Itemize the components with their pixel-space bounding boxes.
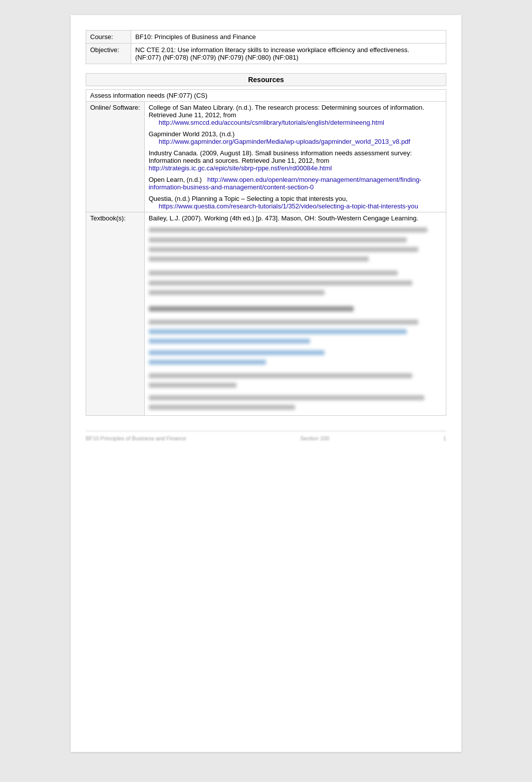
assess-row: Assess information needs (NF:077) (CS)	[86, 90, 446, 102]
gapminder-link[interactable]: http://www.gapminder.org/GapminderMedia/…	[159, 138, 410, 145]
resource-entry-industry: Industry Canada. (2009, August 18). Smal…	[149, 149, 442, 172]
course-label: Course:	[86, 31, 131, 44]
objective-value: NC CTE 2.01: Use information literacy sk…	[131, 44, 446, 64]
gapminder-author: Gapminder World 2013, (n.d.)	[149, 130, 235, 138]
textbook-content: Bailey, L.J. (2007). Working (4th ed.) […	[144, 212, 446, 416]
gapminder-link-container: http://www.gapminder.org/GapminderMedia/…	[159, 138, 442, 145]
resources-header: Resources	[86, 73, 446, 86]
assess-label: Assess information needs (NF:077) (CS)	[86, 90, 446, 102]
objective-row: Objective: NC CTE 2.01: Use information …	[86, 44, 446, 64]
objective-codes: (NF:077) (NF:078) (NF:079) (NF:079) (NF:…	[135, 54, 299, 61]
online-software-row: Online/ Software: College of San Mateo L…	[86, 102, 446, 212]
questia-link-container: https://www.questia.com/research-tutoria…	[159, 202, 442, 210]
course-table: Course: BF10: Principles of Business and…	[86, 30, 446, 64]
questia-link[interactable]: https://www.questia.com/research-tutoria…	[159, 202, 418, 210]
blurred-textbook-entries	[149, 226, 442, 413]
resource-entry-questia: Questia, (n.d.) Planning a Topic – Selec…	[149, 195, 442, 210]
objective-text: NC CTE 2.01: Use information literacy sk…	[135, 46, 409, 54]
footer-left: BF10 Principles of Business and Finance	[86, 435, 186, 441]
resource-entry-csm: College of San Mateo Library. (n.d.). Th…	[149, 104, 442, 126]
resources-table: Assess information needs (NF:077) (CS) O…	[86, 89, 446, 416]
industry-author: Industry Canada. (2009, August 18). Smal…	[149, 149, 412, 164]
course-value: BF10: Principles of Business and Finance	[131, 31, 446, 44]
textbook-label: Textbook(s):	[86, 212, 145, 416]
objective-label: Objective:	[86, 44, 131, 64]
csm-link[interactable]: http://www.smccd.edu/accounts/csmlibrary…	[159, 119, 384, 126]
page: Course: BF10: Principles of Business and…	[71, 15, 461, 752]
course-row: Course: BF10: Principles of Business and…	[86, 31, 446, 44]
industry-link[interactable]: http://strategis.ic.gc.ca/epic/site/sbrp…	[149, 164, 332, 172]
csm-link-container: http://www.smccd.edu/accounts/csmlibrary…	[159, 119, 442, 126]
online-content: College of San Mateo Library. (n.d.). Th…	[144, 102, 446, 212]
resource-entry-gapminder: Gapminder World 2013, (n.d.) http://www.…	[149, 130, 442, 145]
textbook-entry: Bailey, L.J. (2007). Working (4th ed.) […	[149, 214, 442, 222]
textbook-row: Textbook(s): Bailey, L.J. (2007). Workin…	[86, 212, 446, 416]
online-label: Online/ Software:	[86, 102, 145, 212]
resource-entry-openlearn: Open Learn, (n.d.) http://www.open.edu/o…	[149, 176, 442, 191]
questia-author: Questia, (n.d.) Planning a Topic – Selec…	[149, 195, 348, 202]
openlearn-author: Open Learn, (n.d.)	[149, 176, 202, 183]
footer-middle: Section 100	[300, 435, 329, 441]
csm-author: College of San Mateo Library. (n.d.). Th…	[149, 104, 424, 119]
footer: BF10 Principles of Business and Finance …	[86, 431, 446, 441]
footer-right: 1	[443, 435, 446, 441]
